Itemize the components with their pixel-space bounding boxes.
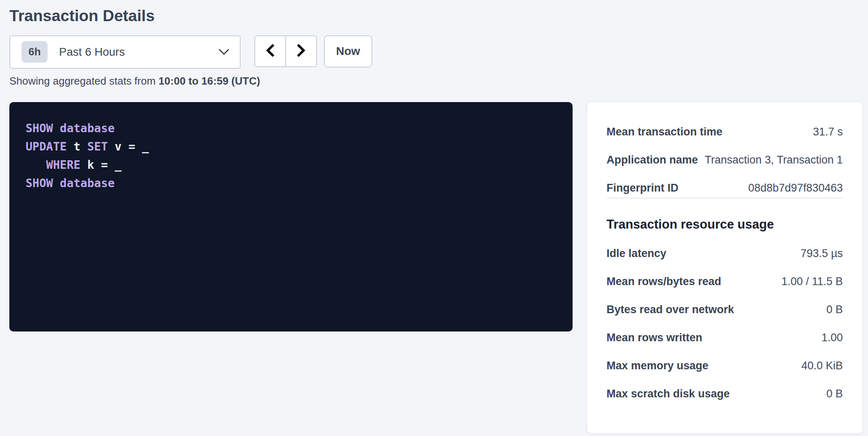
stat-row: Mean rows written 1.00 <box>607 331 843 344</box>
stat-row: Mean transaction time 31.7 s <box>607 126 843 138</box>
stat-value: 40.0 KiB <box>801 360 843 372</box>
stat-row: Fingerprint ID 08d8b7d97f830463 <box>607 182 843 194</box>
transaction-details-page: Transaction Details 6h Past 6 Hours Now … <box>0 0 868 433</box>
stat-value: 31.7 s <box>813 126 843 138</box>
stat-row: Bytes read over network 0 B <box>607 303 843 316</box>
sql-token-keyword: SHOW <box>26 122 53 135</box>
stat-row: Mean rows/bytes read 1.00 / 11.5 B <box>607 275 843 288</box>
sql-token-plain <box>53 177 60 190</box>
sql-line: SHOW database <box>26 119 556 137</box>
stat-value: 793.5 µs <box>801 247 843 260</box>
stat-label: Max scratch disk usage <box>607 388 730 400</box>
main-content: SHOW databaseUPDATE t SET v = _ WHERE k … <box>9 102 862 433</box>
transaction-stats-card: Mean transaction time 31.7 s Application… <box>587 102 862 433</box>
sql-statements: SHOW databaseUPDATE t SET v = _ WHERE k … <box>26 119 556 192</box>
sql-token-keyword: database <box>60 122 115 135</box>
time-range-label: Past 6 Hours <box>59 46 219 59</box>
sql-line: SHOW database <box>26 174 556 192</box>
sql-token-keyword: SHOW <box>26 177 53 190</box>
sql-token-plain <box>26 158 46 172</box>
stat-row: Application name Transaction 3, Transact… <box>607 154 843 166</box>
chevron-left-icon <box>265 44 275 59</box>
stat-label: Fingerprint ID <box>607 182 679 194</box>
time-nav-group <box>254 35 317 67</box>
resource-usage-heading: Transaction resource usage <box>607 217 843 232</box>
stat-value: 0 B <box>826 388 843 400</box>
sql-token-keyword: WHERE <box>46 158 80 172</box>
time-range-badge: 6h <box>22 41 48 63</box>
sql-token-keyword: UPDATE <box>26 140 67 153</box>
next-time-window-button[interactable] <box>285 35 317 67</box>
stat-row: Idle latency 793.5 µs <box>607 247 843 260</box>
stat-value: 0 B <box>826 303 843 316</box>
resource-stats-section: Idle latency 793.5 µs Mean rows/bytes re… <box>607 247 843 400</box>
sql-token-plain <box>53 122 60 135</box>
sql-token-keyword: database <box>60 177 115 190</box>
stat-label: Mean rows/bytes read <box>607 275 721 288</box>
sql-token-plain: v = _ <box>108 140 149 153</box>
sql-statement-panel: SHOW databaseUPDATE t SET v = _ WHERE k … <box>9 102 573 331</box>
time-range-selector[interactable]: 6h Past 6 Hours <box>9 35 241 69</box>
stat-value: 1.00 / 11.5 B <box>781 275 843 288</box>
prev-time-window-button[interactable] <box>254 35 286 67</box>
stat-label: Bytes read over network <box>607 303 734 316</box>
stat-row: Max memory usage 40.0 KiB <box>607 360 843 372</box>
page-title: Transaction Details <box>9 7 862 26</box>
stat-label: Mean transaction time <box>607 126 723 138</box>
caption-prefix: Showing aggregated stats from <box>9 75 158 87</box>
stat-value: 08d8b7d97f830463 <box>748 182 843 194</box>
card-divider <box>607 198 843 198</box>
chevron-right-icon <box>296 44 306 59</box>
sql-line: UPDATE t SET v = _ <box>26 137 556 156</box>
sql-token-plain: t <box>67 140 87 153</box>
now-button[interactable]: Now <box>324 35 372 68</box>
stat-label: Max memory usage <box>607 360 709 372</box>
chevron-down-icon <box>219 49 229 55</box>
stat-value: 1.00 <box>821 331 843 344</box>
summary-stats-section: Mean transaction time 31.7 s Application… <box>607 126 843 194</box>
stat-label: Mean rows written <box>607 331 703 344</box>
stat-value: Transaction 3, Transaction 1 <box>705 154 843 166</box>
sql-token-plain: k = _ <box>80 158 122 172</box>
stat-label: Application name <box>607 154 698 166</box>
stat-label: Idle latency <box>607 247 666 260</box>
aggregation-caption: Showing aggregated stats from 10:00 to 1… <box>9 75 862 87</box>
sql-line: WHERE k = _ <box>26 156 556 174</box>
stat-row: Max scratch disk usage 0 B <box>607 388 843 400</box>
sql-token-keyword: SET <box>87 140 108 153</box>
caption-time-range: 10:00 to 16:59 (UTC) <box>158 75 260 87</box>
time-controls: 6h Past 6 Hours Now <box>9 35 862 69</box>
